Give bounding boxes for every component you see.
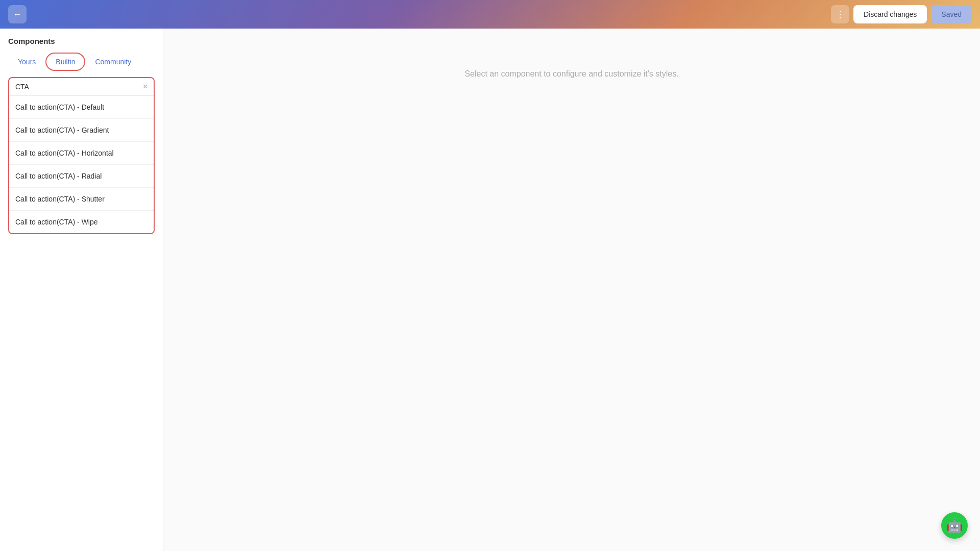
list-item[interactable]: Call to action(CTA) - Horizontal <box>9 142 154 165</box>
bot-icon: 🤖 <box>946 518 963 534</box>
list-item[interactable]: Call to action(CTA) - Gradient <box>9 119 154 142</box>
component-search-box: × Call to action(CTA) - Default Call to … <box>8 77 155 234</box>
component-list: Call to action(CTA) - Default Call to ac… <box>9 96 154 233</box>
content-area: Select an component to configure and cus… <box>163 29 980 551</box>
search-row: × <box>9 78 154 96</box>
more-options-button[interactable]: ⋮ <box>831 5 849 23</box>
discard-changes-button[interactable]: Discard changes <box>853 5 927 23</box>
list-item[interactable]: Call to action(CTA) - Default <box>9 96 154 119</box>
app-header: ← ⋮ Discard changes Saved <box>0 0 980 29</box>
tab-builtin[interactable]: Builtin <box>45 53 85 71</box>
main-layout: Components Yours Builtin Community × Cal… <box>0 29 980 551</box>
clear-search-button[interactable]: × <box>143 82 148 91</box>
search-input[interactable] <box>15 83 143 91</box>
tab-community[interactable]: Community <box>85 53 141 71</box>
content-placeholder: Select an component to configure and cus… <box>464 69 678 79</box>
list-item[interactable]: Call to action(CTA) - Wipe <box>9 211 154 233</box>
back-icon: ← <box>13 9 22 20</box>
saved-button[interactable]: Saved <box>931 5 972 23</box>
bot-button[interactable]: 🤖 <box>941 512 968 539</box>
back-button[interactable]: ← <box>8 5 27 23</box>
list-item[interactable]: Call to action(CTA) - Radial <box>9 165 154 188</box>
tab-yours[interactable]: Yours <box>8 53 45 71</box>
tabs-container: Yours Builtin Community <box>8 53 155 71</box>
more-icon: ⋮ <box>836 9 845 20</box>
list-item[interactable]: Call to action(CTA) - Shutter <box>9 188 154 211</box>
header-right: ⋮ Discard changes Saved <box>831 5 972 23</box>
header-left: ← <box>8 5 27 23</box>
sidebar-title: Components <box>8 37 155 45</box>
sidebar: Components Yours Builtin Community × Cal… <box>0 29 163 551</box>
